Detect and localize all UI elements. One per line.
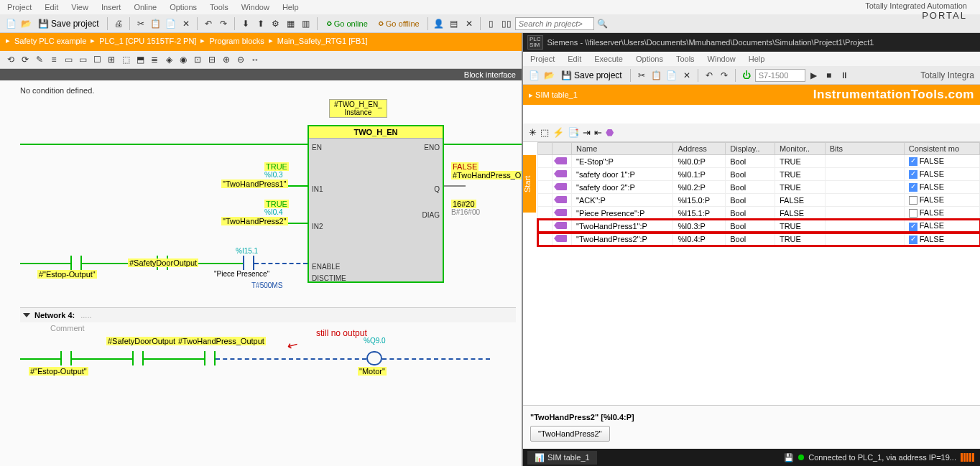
misc-icon[interactable]: ▦ [285, 17, 297, 30]
sim-menu-tools[interactable]: Tools [676, 55, 695, 63]
sim-table[interactable]: Name Address Display.. Monitor.. Bits Co… [523, 142, 980, 405]
consistent-checkbox[interactable] [909, 209, 917, 218]
sim-menu-execute[interactable]: Execute [594, 55, 623, 63]
compile-icon[interactable]: ⚙ [269, 17, 282, 30]
fb-box[interactable]: TWO_H_EN EN ENO IN1 Q IN2 DIAG ENABLE DI… [308, 125, 444, 283]
et-icon[interactable]: ≡ [47, 53, 60, 66]
detail-toggle-button[interactable]: "TwoHandPress2" [530, 426, 610, 442]
consistent-checkbox[interactable] [909, 236, 917, 244]
sim-new-icon[interactable]: 📄 [527, 69, 540, 82]
sim-cut-icon[interactable]: ✂ [635, 69, 648, 82]
side-tab-start[interactable]: Start [523, 155, 536, 213]
et-icon[interactable]: ◉ [177, 53, 190, 66]
menu-project[interactable]: Project [7, 3, 32, 11]
undo-icon[interactable]: ↶ [202, 17, 215, 30]
menu-edit[interactable]: Edit [45, 3, 58, 11]
et-icon[interactable]: ▭ [62, 53, 75, 66]
sim-del-icon[interactable]: ✕ [680, 69, 693, 82]
consistent-checkbox[interactable] [909, 196, 917, 205]
paste-icon[interactable]: 📄 [165, 17, 177, 30]
et-icon[interactable]: ⊞ [105, 53, 118, 66]
status-tab[interactable]: 📊 SIM table_1 [527, 451, 597, 465]
search-input[interactable] [515, 17, 594, 30]
st-icon[interactable]: ⇤ [594, 127, 602, 138]
save-project-button[interactable]: Save project [34, 17, 103, 30]
sim-open-icon[interactable]: 📂 [542, 69, 555, 82]
split2-icon[interactable]: ▯▯ [500, 17, 513, 30]
col-addr[interactable]: Address [673, 143, 726, 155]
consistent-checkbox[interactable] [909, 157, 917, 166]
sim-undo-icon[interactable]: ↶ [703, 69, 716, 82]
sim-stop-icon[interactable]: ■ [823, 69, 836, 82]
new-icon[interactable]: 📄 [4, 17, 17, 30]
sim-cpu-select[interactable] [755, 69, 805, 82]
go-online-button[interactable]: ⭘ Go online [322, 17, 371, 30]
print-icon[interactable]: 🖨 [112, 17, 125, 30]
et-icon[interactable]: ⊖ [234, 53, 247, 66]
misc3-icon[interactable]: 👤 [433, 17, 445, 30]
flash-icon[interactable]: ⚡ [553, 127, 564, 138]
et-icon[interactable]: ⊡ [191, 53, 204, 66]
sim-menu-help[interactable]: Help [749, 55, 765, 63]
sim-run-icon[interactable]: ▶ [808, 69, 820, 82]
block-interface-bar[interactable]: Block interface [0, 69, 522, 80]
col-name[interactable]: Name [572, 143, 673, 155]
menu-online[interactable]: Online [134, 3, 157, 11]
menu-help[interactable]: Help [282, 3, 299, 11]
editor-canvas[interactable]: No condition defined. #TWO_H_EN_ Instanc… [0, 80, 522, 466]
st-icon[interactable]: ⇥ [583, 127, 591, 138]
et-icon[interactable]: ◈ [162, 53, 175, 66]
misc4-icon[interactable]: ▤ [448, 17, 461, 30]
sim-tab-label[interactable]: SIM table_1 [535, 90, 578, 99]
sim-copy-icon[interactable]: 📋 [650, 69, 663, 82]
col-mon[interactable]: Monitor.. [775, 143, 825, 155]
et-icon[interactable]: ⟲ [4, 53, 17, 66]
table-row[interactable]: "safety door 1":P%I0.1:PBoolTRUE FALSE [538, 168, 980, 181]
tag-icon[interactable]: ⬣ [606, 127, 614, 138]
crumb-project[interactable]: Safety PLC example [14, 37, 86, 45]
crumb-fb[interactable]: Main_Safety_RTG1 [FB1] [277, 37, 368, 45]
col-bits[interactable]: Bits [825, 143, 904, 155]
et-icon[interactable]: ↔ [249, 53, 262, 66]
comment-line[interactable]: Comment [20, 322, 516, 334]
go-offline-button[interactable]: ⭘ Go offline [374, 17, 423, 30]
menu-insert[interactable]: Insert [101, 3, 121, 11]
et-icon[interactable]: ⟳ [19, 53, 32, 66]
sim-pause-icon[interactable]: ⏸ [838, 69, 851, 82]
sim-paste-icon[interactable]: 📄 [665, 69, 678, 82]
open-icon[interactable]: 📂 [19, 17, 32, 30]
sim-menu-edit[interactable]: Edit [568, 55, 581, 63]
table-row[interactable]: "E-Stop":P%I0.0:PBoolTRUE FALSE [538, 155, 980, 168]
sim-power-icon[interactable]: ⏻ [740, 69, 753, 82]
menu-view[interactable]: View [71, 3, 88, 11]
menu-window[interactable]: Window [241, 3, 269, 11]
upload-icon[interactable]: ⬆ [254, 17, 267, 30]
sim-menu-project[interactable]: Project [530, 55, 555, 63]
et-icon[interactable]: ⊟ [205, 53, 218, 66]
col-disp[interactable]: Display.. [726, 143, 775, 155]
split-icon[interactable]: ▯ [485, 17, 498, 30]
et-icon[interactable]: ▭ [76, 53, 89, 66]
et-icon[interactable]: ⬚ [119, 53, 132, 66]
et-icon[interactable]: ≣ [148, 53, 161, 66]
st-icon[interactable]: ⬚ [540, 127, 549, 138]
st-icon[interactable]: 📑 [568, 127, 579, 138]
menu-tools[interactable]: Tools [210, 3, 228, 11]
consistent-checkbox[interactable] [909, 223, 917, 231]
menu-options[interactable]: Options [170, 3, 197, 11]
crumb-plc[interactable]: PLC_1 [CPU 1515TF-2 PN] [99, 37, 196, 45]
delete2-icon[interactable]: ✕ [463, 17, 476, 30]
sim-menu-window[interactable]: Window [708, 55, 736, 63]
network-4-header[interactable]: Network 4: ..... [20, 307, 516, 322]
et-icon[interactable]: ✎ [33, 53, 46, 66]
redo-icon[interactable]: ↷ [217, 17, 230, 30]
sim-menu-options[interactable]: Options [636, 55, 663, 63]
misc2-icon[interactable]: ▥ [300, 17, 313, 30]
et-icon[interactable]: ⊕ [220, 53, 233, 66]
et-icon[interactable]: ☐ [91, 53, 103, 66]
cut-icon[interactable]: ✂ [134, 17, 147, 30]
consistent-checkbox[interactable] [909, 170, 917, 179]
consistent-checkbox[interactable] [909, 183, 917, 192]
st-icon[interactable]: ✳ [529, 127, 537, 138]
expand-icon[interactable] [23, 313, 30, 317]
